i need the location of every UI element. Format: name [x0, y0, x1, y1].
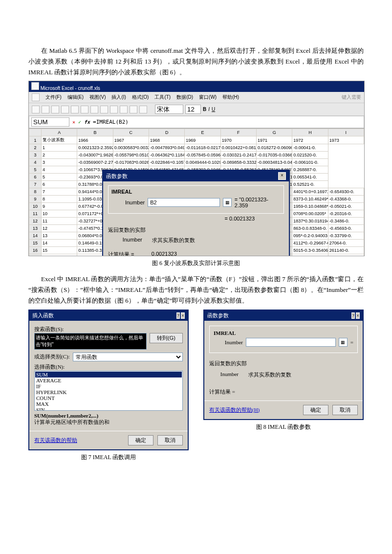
name-box[interactable] — [31, 117, 69, 127]
cell[interactable]: 11 — [42, 218, 77, 225]
cell[interactable]: 15 — [42, 247, 77, 254]
cell[interactable]: 1968 — [149, 136, 184, 144]
cell[interactable]: -0.3486-0. — [328, 218, 364, 225]
open-icon[interactable] — [42, 106, 49, 113]
menu-file[interactable]: 文件(F) — [45, 94, 62, 101]
cell[interactable]: 1967 — [113, 136, 149, 144]
paste-icon[interactable] — [90, 106, 98, 113]
goto-button[interactable]: 转到(G) — [150, 333, 183, 343]
menu-format[interactable]: 格式(O) — [132, 94, 149, 101]
inumber-input[interactable] — [148, 198, 220, 207]
fn-help-link[interactable]: 有关该函数的帮助 — [34, 437, 77, 444]
cell[interactable]: 1970 — [220, 136, 256, 144]
cell[interactable]: -0.00034813-0.048865 — [256, 159, 292, 166]
row-head[interactable]: 13 — [29, 225, 42, 232]
cell[interactable]: -0.022846+0.105706 — [149, 159, 184, 166]
cell[interactable]: -0.030321-0.24176 — [220, 152, 256, 159]
cell[interactable]: -0.03569007-2.2746e-0 — [77, 159, 113, 166]
cell[interactable]: 0.018272-0.06090 — [256, 144, 292, 152]
cell[interactable]: -0.055798*0.051001 — [113, 152, 149, 159]
row-head[interactable]: 11 — [29, 210, 42, 218]
cell[interactable]: 331187-0.0 — [328, 254, 364, 256]
cell[interactable]: 0708*0.00.0205* — [292, 210, 328, 218]
cell[interactable]: -0.20316-0. — [328, 210, 364, 218]
cell[interactable]: 0.52521-0. — [292, 181, 328, 188]
row-head[interactable]: 5 — [29, 166, 42, 174]
row-head[interactable]: 10 — [29, 203, 42, 210]
cell[interactable]: 0.0030583*0.003271 — [113, 144, 149, 152]
menu-window[interactable]: 窗口(W) — [199, 94, 217, 101]
cell[interactable]: 261140-0. — [328, 247, 364, 254]
formula-text[interactable]: =IMREAL(B2) — [93, 119, 129, 125]
sum-icon[interactable] — [120, 106, 128, 113]
cell[interactable]: -0.089858-0.333251 — [220, 159, 256, 166]
fx-icon[interactable]: fx — [84, 119, 90, 125]
save-icon[interactable] — [51, 106, 59, 113]
cell[interactable]: 1972 — [292, 136, 328, 144]
cell[interactable]: 0.0021323-2.3592e-0 — [77, 144, 113, 152]
cell[interactable]: -0.057845-0.05969i — [185, 152, 220, 159]
cell[interactable]: -0.006101-0. — [292, 159, 328, 166]
search-input[interactable]: 请输入一条简短的说明来描述您想做什么，然后单击“转到” — [34, 333, 147, 350]
cell[interactable]: 0.0010422+0.08179 — [220, 144, 256, 152]
list-item[interactable]: HYPERLINK — [35, 389, 182, 395]
cell[interactable]: 4 — [42, 166, 77, 174]
cell[interactable]: 0.021520-0. — [292, 152, 328, 159]
cell[interactable]: 10 — [42, 210, 77, 218]
chart-icon[interactable] — [139, 106, 147, 113]
cell[interactable]: -0.0047893*0.04976 — [149, 144, 184, 152]
category-select[interactable]: 常用函数 — [73, 353, 183, 361]
cell[interactable]: 0.0049444-0.10296i — [185, 159, 220, 166]
menu-tools[interactable]: 工具(T) — [154, 94, 171, 101]
col-head[interactable]: B — [77, 129, 113, 136]
row-head[interactable]: 6 — [29, 174, 42, 181]
redo-icon[interactable] — [110, 106, 118, 113]
cell[interactable]: -0.043007*1.9626e-0 — [77, 152, 113, 159]
italic-icon[interactable]: I — [208, 107, 210, 112]
menu-help[interactable]: 帮助(H) — [222, 94, 239, 101]
cell[interactable]: 1971 — [256, 136, 292, 144]
cell[interactable]: 4401*0.0+0.16971* — [292, 188, 328, 196]
cell[interactable]: 复小波系数 — [42, 136, 77, 144]
cell[interactable]: 1969 — [185, 136, 220, 144]
row-head[interactable]: 14 — [29, 232, 42, 240]
cell[interactable]: 9 — [42, 203, 77, 210]
cell[interactable]: 1 — [42, 144, 77, 152]
cell[interactable]: 5 — [42, 174, 77, 181]
cell[interactable]: 1837*0.30.018194* — [292, 218, 328, 225]
col-head[interactable]: G — [256, 129, 292, 136]
range-picker-icon[interactable]: ▦ — [223, 198, 232, 207]
confirm-entry-icon[interactable]: ✓ — [78, 119, 81, 125]
row-head[interactable]: 12 — [29, 218, 42, 225]
fn-listbox[interactable]: SUM AVERAGE IF HYPERLINK COUNT MAX SIN — [34, 371, 183, 411]
cell[interactable]: 8 — [42, 196, 77, 203]
undo-icon[interactable] — [100, 106, 108, 113]
copy-icon[interactable] — [81, 106, 88, 113]
cell[interactable]: 426-0.00.062111-0. — [292, 254, 328, 256]
close-icon[interactable]: × — [356, 312, 360, 319]
ok-button[interactable]: 确定 — [303, 405, 328, 415]
list-item[interactable]: SUM — [35, 372, 182, 377]
cell[interactable]: 4112*0.-0.29667-0. — [292, 240, 328, 247]
col-head[interactable]: A — [42, 129, 77, 136]
menu-edit[interactable]: 编辑(E) — [67, 94, 84, 101]
menu-insert[interactable]: 插入(I) — [111, 94, 126, 101]
list-item[interactable]: SIN — [35, 407, 182, 411]
ok-button[interactable]: 确定 — [128, 435, 153, 445]
cell[interactable]: -0.017083*0.002631 — [113, 159, 149, 166]
cell[interactable]: -0.45693-0. — [328, 225, 364, 232]
cell[interactable]: 27064-0. — [328, 240, 364, 247]
col-head[interactable]: I — [328, 129, 364, 136]
range-picker-icon[interactable]: ▦ — [339, 338, 348, 347]
cancel-entry-icon[interactable]: ✕ — [72, 119, 75, 125]
cell[interactable]: -0.43368-0. — [328, 196, 364, 203]
inumber-input[interactable] — [246, 338, 336, 347]
cell[interactable]: 13 — [42, 232, 77, 240]
underline-icon[interactable]: U — [212, 107, 215, 112]
cell[interactable]: -0.017035-0.036643 — [256, 152, 292, 159]
new-icon[interactable] — [32, 106, 40, 113]
cell[interactable]: 8373-0.10.46249* — [292, 196, 328, 203]
cut-icon[interactable] — [71, 106, 79, 113]
help-icon[interactable]: ? — [176, 312, 179, 319]
cell[interactable]: 1973 — [328, 136, 364, 144]
